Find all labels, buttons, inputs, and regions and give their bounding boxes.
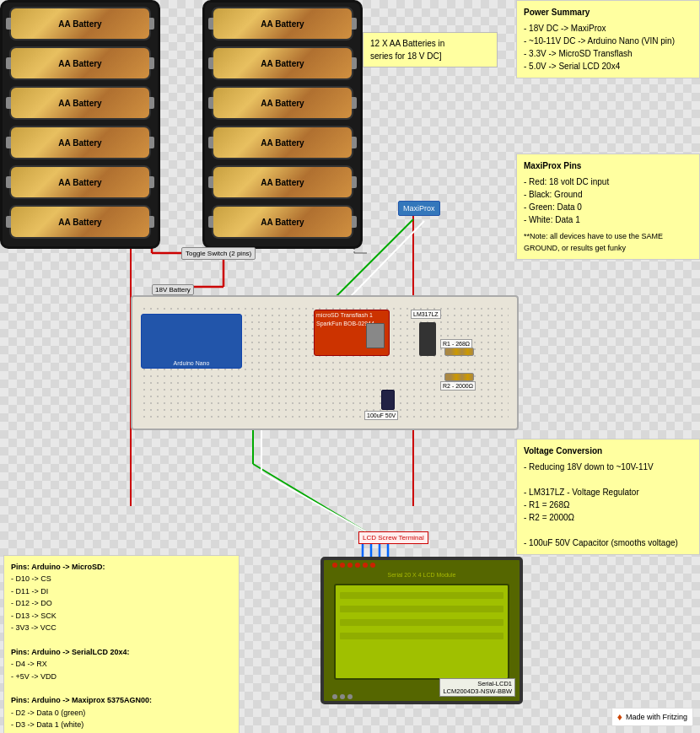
sd-card-slot: [366, 323, 385, 348]
battery-group-left: AA Battery AA Battery AA Battery AA Batt…: [0, 0, 160, 249]
battery-3: AA Battery: [9, 86, 151, 120]
lm317lz-label: LM317LZ: [411, 310, 441, 319]
svg-line-18: [253, 464, 380, 540]
pins-microsd-vcc: - 3V3 -> VCC: [11, 622, 232, 633]
battery-8: AA Battery: [212, 46, 353, 80]
lm317lz: [419, 322, 436, 356]
vc-line5: - 100uF 50V Capacitor (smooths voltage): [524, 536, 692, 549]
battery-12: AA Battery: [212, 205, 353, 239]
r1-resistor: [444, 348, 474, 356]
arduino-nano: Arduino Nano: [141, 314, 242, 369]
microsd-module: microSD Transflash 1 SparkFun BOB-02944: [314, 310, 390, 356]
pins-microsd-di: - D11 -> DI: [11, 585, 232, 597]
pins-microsd-header: Pins: Arduino -> MicroSD:: [11, 561, 232, 573]
pins-maxiprox-d2: - D2 -> Data 0 (green): [11, 707, 232, 719]
battery-2: AA Battery: [9, 46, 151, 80]
circuit-diagram: AA Battery AA Battery AA Battery AA Batt…: [0, 0, 700, 733]
battery-4: AA Battery: [9, 126, 151, 159]
pins-maxiprox-d3: - D3 -> Data 1 (white): [11, 719, 232, 730]
pins-microsd-sck: - D13 -> SCK: [11, 610, 232, 622]
maxiprox-pin-white: - White: Data 1: [524, 213, 692, 226]
power-summary-line2: - ~10-11V DC -> Arduino Nano (VIN pin): [524, 35, 692, 47]
breadboard: Arduino Nano microSD Transflash 1 SparkF…: [131, 295, 519, 430]
maxiprox-pins-title: MaxiProx Pins: [524, 159, 692, 172]
voltage-conversion-title: Voltage Conversion: [524, 445, 692, 457]
maxiprox-pin-red: - Red: 18 volt DC input: [524, 175, 692, 188]
fritzing-label: Made with Fritzing: [626, 713, 687, 721]
power-summary-line1: - 18V DC -> MaxiProx: [524, 22, 692, 35]
fritzing-watermark: ♦ Made with Fritzing: [611, 708, 693, 726]
lcd-type-label: Serial 20 X 4 LCD Module: [388, 572, 456, 578]
power-summary-note: Power Summary - 18V DC -> MaxiProx - ~10…: [516, 0, 700, 78]
battery-6: AA Battery: [9, 205, 151, 239]
lcd-screen: [334, 584, 509, 680]
maxiprox-pin-black: - Black: Ground: [524, 188, 692, 201]
power-summary-line4: - 5.0V -> Serial LCD 20x4: [524, 60, 692, 73]
power-summary-title: Power Summary: [524, 6, 692, 19]
toggle-switch: Toggle Switch (2 pins): [181, 247, 256, 260]
maxiprox-pin-green: - Green: Data 0: [524, 201, 692, 213]
capacitor: [381, 390, 395, 410]
battery-9: AA Battery: [212, 86, 353, 120]
vc-line4: - R2 = 2000Ω: [524, 511, 692, 524]
pins-microsd-do: - D12 -> DO: [11, 597, 232, 609]
battery-18v-label: 18V Battery: [152, 284, 194, 295]
r2-resistor: [444, 373, 474, 381]
vc-line2: - LM317LZ - Voltage Regulator: [524, 486, 692, 499]
battery-11: AA Battery: [212, 165, 353, 199]
pins-info-note: Pins: Arduino -> MicroSD: - D10 -> CS - …: [3, 555, 240, 733]
capacitor-label: 100uF 50V: [364, 411, 398, 420]
battery-1: AA Battery: [9, 7, 151, 40]
pins-lcd-rx: - D4 -> RX: [11, 658, 232, 670]
pins-maxiprox-header: Pins: Arduino -> Maxiprox 5375AGN00:: [11, 694, 232, 706]
maxiprox-pin-note: **Note: all devices have to use the SAME…: [524, 231, 692, 254]
power-summary-line3: - 3.3V -> MicroSD Transflash: [524, 47, 692, 60]
pins-lcd-vdd: - +5V -> VDD: [11, 671, 232, 682]
r1-label: R1 - 268Ω: [440, 339, 472, 348]
maxiprox-pins-note: MaxiProx Pins - Red: 18 volt DC input - …: [516, 154, 700, 260]
battery-group-right: AA Battery AA Battery AA Battery AA Batt…: [202, 0, 363, 249]
battery-5: AA Battery: [9, 165, 151, 199]
battery-series-note: 12 X AA Batteries in series for 18 V DC]: [363, 32, 498, 67]
voltage-conversion-note: Voltage Conversion - Reducing 18V down t…: [516, 439, 700, 555]
maxiprox-component: MaxiProx: [398, 201, 440, 216]
lcd-screw-terminal: LCD Screw Terminal: [358, 531, 428, 544]
fritzing-icon: ♦: [617, 711, 622, 723]
battery-7: AA Battery: [212, 7, 353, 40]
lcd-module: Serial 20 X 4 LCD Module Serial-LCD1 LCM…: [320, 557, 523, 704]
battery-10: AA Battery: [212, 126, 353, 159]
vc-line3: - R1 = 268Ω: [524, 499, 692, 511]
pins-lcd-header: Pins: Arduino -> SerialLCD 20x4:: [11, 646, 232, 658]
vc-line1: - Reducing 18V down to ~10V-11V: [524, 461, 692, 473]
r2-label: R2 - 2000Ω: [440, 381, 476, 391]
pins-microsd-cs: - D10 -> CS: [11, 573, 232, 585]
